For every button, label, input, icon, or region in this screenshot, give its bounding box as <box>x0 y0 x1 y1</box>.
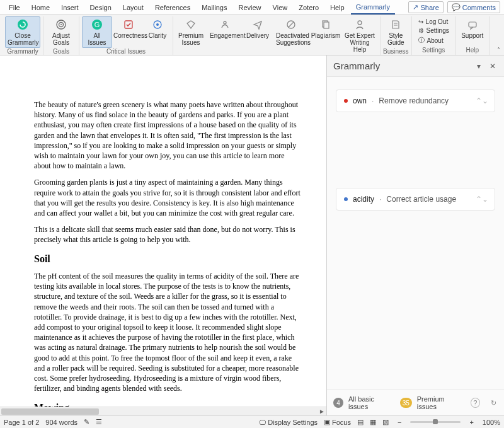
tab-zotero[interactable]: Zotero <box>294 1 324 14</box>
zoom-slider[interactable] <box>410 421 461 423</box>
svg-rect-13 <box>324 22 329 28</box>
status-bar: Page 1 of 2 904 words ✎ ☰ 🖵Display Setti… <box>0 415 504 428</box>
expert-label: Get Expert Writing Help <box>345 32 375 53</box>
grammarly-pane: Grammarly ▾ ✕ own · Remove redundancy ⌃⌄… <box>326 55 504 415</box>
correctness-icon <box>122 18 135 31</box>
focus-button[interactable]: ▣Focus <box>324 418 351 426</box>
document-pane: The beauty of nature's green scenery is … <box>0 55 326 415</box>
zoom-out-button[interactable]: − <box>395 419 404 426</box>
clarity-button[interactable]: Clarity <box>145 16 170 41</box>
svg-line-11 <box>289 22 294 27</box>
document-content[interactable]: The beauty of nature's green scenery is … <box>0 55 326 407</box>
tab-review[interactable]: Review <box>234 1 266 14</box>
scroll-right-icon[interactable]: ► <box>318 408 326 415</box>
page-indicator[interactable]: Page 1 of 2 <box>4 419 39 426</box>
document-scroll[interactable]: The beauty of nature's green scenery is … <box>0 55 326 407</box>
issue-desc: Remove redundancy <box>379 96 449 105</box>
print-layout-view-icon[interactable]: ▤ <box>357 418 364 426</box>
comments-button[interactable]: 💬Comments <box>447 1 500 13</box>
paragraph[interactable]: Grooming garden plants is just a tiny as… <box>34 177 301 218</box>
premium-issues-label[interactable]: Premium issues <box>417 395 466 410</box>
paragraph[interactable]: The beauty of nature's green scenery is … <box>34 100 301 171</box>
horizontal-scrollbar[interactable]: ◄ ► <box>0 407 326 415</box>
tab-mailings[interactable]: Mailings <box>197 1 232 14</box>
issue-card[interactable]: own · Remove redundancy ⌃⌄ <box>336 90 495 112</box>
refresh-icon[interactable]: ↻ <box>489 399 498 407</box>
ribbon-collapse-button[interactable]: ˄ <box>497 47 500 54</box>
delivery-label: Delivery <box>246 32 269 39</box>
engagement-icon <box>219 18 231 31</box>
adjust-goals-button[interactable]: Adjust Goals <box>46 16 76 48</box>
settings-button[interactable]: ⚙Settings <box>417 26 450 35</box>
accessibility-icon[interactable]: ☰ <box>96 418 102 426</box>
scroll-thumb[interactable] <box>1 408 99 415</box>
word-count[interactable]: 904 words <box>45 419 77 426</box>
grammarly-logo-icon <box>16 18 29 31</box>
read-mode-view-icon[interactable]: ▦ <box>370 418 376 426</box>
heading-soil[interactable]: Soil <box>34 252 301 266</box>
tab-file[interactable]: File <box>4 1 25 14</box>
tab-layout[interactable]: Layout <box>118 1 149 14</box>
share-button[interactable]: ↗Share <box>408 1 443 13</box>
tab-help[interactable]: Help <box>325 1 350 14</box>
adjust-goals-label: Adjust Goals <box>48 32 74 46</box>
menu-tab-row: File Home Insert Design Layout Reference… <box>0 0 504 15</box>
plagiarism-button[interactable]: Plagiarism <box>311 16 341 41</box>
close-grammarly-label: Close Grammarly <box>8 32 38 46</box>
target-icon <box>55 18 67 31</box>
pane-close-button[interactable]: ✕ <box>488 62 498 71</box>
help-icon[interactable]: ? <box>471 398 481 408</box>
style-guide-button[interactable]: Style Guide <box>383 16 408 48</box>
comments-icon: 💬 <box>452 3 461 11</box>
tab-insert[interactable]: Insert <box>56 1 84 14</box>
severity-dot-icon <box>344 99 348 103</box>
support-button[interactable]: Support <box>459 16 486 41</box>
tab-grammarly[interactable]: Grammarly <box>351 1 395 14</box>
delivery-icon <box>251 18 264 31</box>
zoom-in-button[interactable]: + <box>467 419 476 426</box>
about-button[interactable]: ⓘAbout <box>417 35 450 45</box>
close-grammarly-button[interactable]: Close Grammarly <box>5 16 40 48</box>
ribbon-group-critical: G All Issues Correctness Clarity Critica… <box>79 16 173 55</box>
web-layout-view-icon[interactable]: ▧ <box>382 418 389 426</box>
paragraph[interactable]: The pH content of the soil measures the … <box>34 271 301 393</box>
info-icon: ⓘ <box>418 36 425 45</box>
group-label-help: Help <box>466 47 479 55</box>
svg-point-3 <box>60 24 62 25</box>
spellcheck-icon[interactable]: ✎ <box>84 418 89 426</box>
premium-issues-button[interactable]: Premium Issues <box>176 16 206 48</box>
svg-rect-17 <box>469 22 476 27</box>
issue-card[interactable]: acidity · Correct article usage ⌃⌄ <box>336 188 495 211</box>
display-settings-button[interactable]: 🖵Display Settings <box>259 419 318 426</box>
severity-dot-icon <box>344 197 348 201</box>
comments-label: Comments <box>462 4 496 11</box>
correctness-button[interactable]: Correctness <box>113 16 144 41</box>
zoom-percent[interactable]: 100% <box>483 419 500 426</box>
settings-label: Settings <box>427 27 449 34</box>
engagement-button[interactable]: Engagement <box>207 16 243 41</box>
tab-view[interactable]: View <box>268 1 293 14</box>
style-guide-label: Style Guide <box>385 32 406 46</box>
delivery-button[interactable]: Delivery <box>244 16 272 41</box>
pane-title: Grammarly <box>333 61 470 71</box>
deactivated-button[interactable]: Deactivated Suggestions <box>273 16 309 48</box>
issue-term: acidity <box>353 195 374 204</box>
tab-references[interactable]: References <box>150 1 195 14</box>
chevron-icon: ⌃⌄ <box>476 96 488 105</box>
svg-point-0 <box>18 20 28 30</box>
pane-options-button[interactable]: ▾ <box>474 62 484 71</box>
paragraph[interactable]: This is a delicate skill that seems much… <box>34 224 301 245</box>
focus-label: Focus <box>332 419 351 426</box>
zoom-knob[interactable] <box>433 419 438 424</box>
tab-home[interactable]: Home <box>26 1 55 14</box>
expert-help-button[interactable]: Get Expert Writing Help <box>342 16 377 55</box>
group-label-settings: Settings <box>422 47 445 55</box>
basic-issues-label[interactable]: All basic issues <box>348 395 395 410</box>
all-issues-button[interactable]: G All Issues <box>82 16 112 48</box>
tab-design[interactable]: Design <box>85 1 117 14</box>
grammarly-issue-list[interactable]: own · Remove redundancy ⌃⌄ acidity · Cor… <box>327 77 504 390</box>
heading-mowing[interactable]: Mowing <box>34 401 301 407</box>
clarity-label: Clarity <box>149 32 166 39</box>
logout-button[interactable]: ↪Log Out <box>417 18 450 26</box>
book-icon <box>389 18 402 31</box>
